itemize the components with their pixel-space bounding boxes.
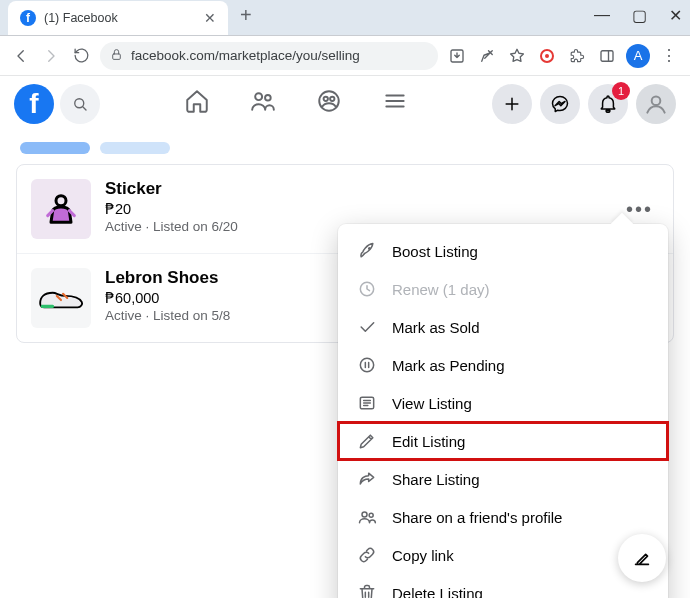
address-bar[interactable]: facebook.com/marketplace/you/selling <box>100 42 438 70</box>
window-controls: — ▢ ✕ <box>594 6 682 25</box>
browser-tab[interactable]: f (1) Facebook ✕ <box>8 1 228 35</box>
browser-toolbar: facebook.com/marketplace/you/selling A ⋮ <box>0 36 690 76</box>
menu-share-friend[interactable]: Share on a friend's profile <box>338 498 668 536</box>
share-page-icon[interactable] <box>476 45 498 67</box>
facebook-logo[interactable]: f <box>14 84 54 124</box>
listing-context-menu: Boost Listing Renew (1 day) Mark as Sold… <box>338 224 668 598</box>
svg-point-9 <box>652 96 661 105</box>
svg-point-4 <box>255 93 262 100</box>
menu-label: Copy link <box>392 547 454 564</box>
menu-label: Mark as Sold <box>392 319 480 336</box>
forward-button <box>40 45 62 67</box>
browser-menu-icon[interactable]: ⋮ <box>658 45 680 67</box>
tab-close-icon[interactable]: ✕ <box>204 10 216 26</box>
svg-point-14 <box>362 512 367 517</box>
svg-point-12 <box>360 358 373 371</box>
menu-label: Edit Listing <box>392 433 465 450</box>
hamburger-menu-icon[interactable] <box>382 88 408 120</box>
pause-circle-icon <box>356 355 378 375</box>
share-arrow-icon <box>356 469 378 489</box>
menu-view-listing[interactable]: View Listing <box>338 384 668 422</box>
notifications-button[interactable]: 1 <box>588 84 628 124</box>
list-icon <box>356 393 378 413</box>
url-text: facebook.com/marketplace/you/selling <box>131 48 360 63</box>
listing-price: ₱20 <box>105 201 612 217</box>
check-icon <box>356 317 378 337</box>
side-panel-icon[interactable] <box>596 45 618 67</box>
pencil-icon <box>356 431 378 451</box>
menu-mark-pending[interactable]: Mark as Pending <box>338 346 668 384</box>
svg-point-15 <box>369 513 373 517</box>
menu-label: Share Listing <box>392 471 480 488</box>
fb-search-button[interactable] <box>60 84 100 124</box>
svg-point-8 <box>330 97 334 101</box>
messenger-button[interactable] <box>540 84 580 124</box>
listing-thumbnail <box>31 179 91 239</box>
clock-icon <box>356 279 378 299</box>
reload-button[interactable] <box>70 45 92 67</box>
create-button[interactable] <box>492 84 532 124</box>
friends-icon[interactable] <box>250 88 276 120</box>
new-tab-button[interactable]: + <box>240 4 252 35</box>
people-icon <box>356 507 378 527</box>
svg-point-6 <box>319 91 339 111</box>
filter-chip-active[interactable] <box>20 142 90 154</box>
account-avatar[interactable] <box>636 84 676 124</box>
menu-label: Mark as Pending <box>392 357 505 374</box>
facebook-favicon-icon: f <box>20 10 36 26</box>
facebook-header: f 1 <box>0 76 690 132</box>
extensions-icon[interactable] <box>566 45 588 67</box>
compose-fab-button[interactable] <box>618 534 666 582</box>
menu-label: Share on a friend's profile <box>392 509 562 526</box>
fb-center-nav <box>106 88 486 120</box>
menu-label: View Listing <box>392 395 472 412</box>
bookmark-star-icon[interactable] <box>506 45 528 67</box>
install-app-icon[interactable] <box>446 45 468 67</box>
tab-title: (1) Facebook <box>44 11 196 25</box>
svg-point-10 <box>56 196 66 206</box>
window-maximize-icon[interactable]: ▢ <box>632 6 647 25</box>
menu-renew: Renew (1 day) <box>338 270 668 308</box>
window-close-icon[interactable]: ✕ <box>669 6 682 25</box>
svg-point-5 <box>265 95 271 101</box>
back-button[interactable] <box>10 45 32 67</box>
menu-edit-listing[interactable]: Edit Listing <box>338 422 668 460</box>
browser-tabstrip: f (1) Facebook ✕ + <box>0 0 690 36</box>
window-minimize-icon[interactable]: — <box>594 6 610 25</box>
rocket-icon <box>356 241 378 261</box>
notification-badge: 1 <box>612 82 630 100</box>
listing-more-button[interactable]: ••• <box>626 198 653 221</box>
home-icon[interactable] <box>184 88 210 120</box>
lock-icon <box>110 48 123 64</box>
listing-thumbnail <box>31 268 91 328</box>
menu-share-listing[interactable]: Share Listing <box>338 460 668 498</box>
link-icon <box>356 545 378 565</box>
fb-right-controls: 1 <box>492 84 676 124</box>
menu-label: Boost Listing <box>392 243 478 260</box>
svg-point-3 <box>75 99 84 108</box>
listing-title: Sticker <box>105 179 612 199</box>
menu-label: Delete Listing <box>392 585 483 599</box>
record-extension-icon[interactable] <box>536 45 558 67</box>
trash-icon <box>356 583 378 598</box>
filter-chip[interactable] <box>100 142 170 154</box>
menu-boost-listing[interactable]: Boost Listing <box>338 232 668 270</box>
groups-icon[interactable] <box>316 88 342 120</box>
svg-point-7 <box>324 97 328 101</box>
svg-rect-0 <box>113 53 121 58</box>
svg-rect-2 <box>601 50 613 61</box>
menu-label: Renew (1 day) <box>392 281 490 298</box>
menu-delete-listing[interactable]: Delete Listing <box>338 574 668 598</box>
profile-avatar[interactable]: A <box>626 44 650 68</box>
menu-mark-sold[interactable]: Mark as Sold <box>338 308 668 346</box>
filter-chips <box>16 142 674 154</box>
